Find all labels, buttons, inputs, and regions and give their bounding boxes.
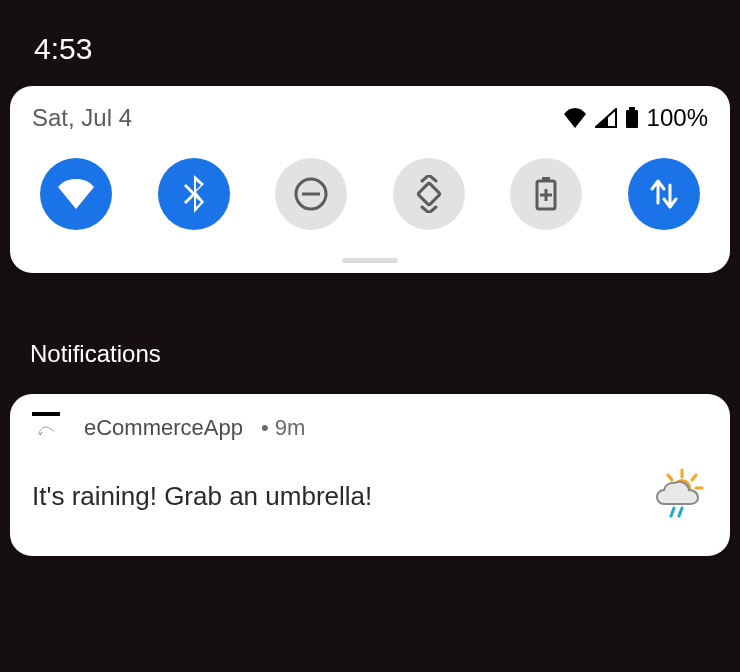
wifi-status-icon (563, 108, 587, 128)
qs-tile-bluetooth[interactable] (158, 158, 230, 230)
qs-tile-battery-saver[interactable] (510, 158, 582, 230)
bluetooth-icon (183, 175, 205, 213)
qs-tile-wifi[interactable] (40, 158, 112, 230)
qs-drag-handle[interactable] (342, 258, 398, 263)
svg-line-8 (692, 475, 696, 480)
battery-status-icon (625, 107, 639, 129)
data-arrows-icon (649, 177, 679, 211)
svg-rect-6 (542, 177, 550, 181)
qs-tile-dnd[interactable] (275, 158, 347, 230)
quick-settings-panel[interactable]: Sat, Jul 4 100% (10, 86, 730, 273)
notifications-section-label: Notifications (30, 340, 161, 368)
qs-tile-autorotate[interactable] (393, 158, 465, 230)
notification-app-name: eCommerceApp (84, 415, 243, 441)
svg-rect-1 (629, 107, 635, 110)
notification-card[interactable]: eCommerceApp • 9m It's raining! Grab an … (10, 394, 730, 556)
notification-body-text: It's raining! Grab an umbrella! (32, 481, 372, 512)
dnd-icon (292, 175, 330, 213)
qs-tile-mobile-data[interactable] (628, 158, 700, 230)
svg-line-10 (668, 475, 672, 480)
svg-rect-4 (417, 183, 440, 206)
notification-timestamp: • 9m (261, 415, 305, 441)
battery-percent: 100% (647, 104, 708, 132)
status-clock: 4:53 (34, 32, 92, 66)
qs-date[interactable]: Sat, Jul 4 (32, 104, 132, 132)
weather-icon (652, 468, 708, 524)
status-icons: 100% (563, 104, 708, 132)
autorotate-icon (410, 175, 448, 213)
notification-app-icon (32, 412, 60, 444)
battery-saver-icon (535, 177, 557, 211)
svg-rect-0 (626, 110, 638, 128)
signal-status-icon (595, 108, 617, 128)
wifi-icon (57, 179, 95, 209)
